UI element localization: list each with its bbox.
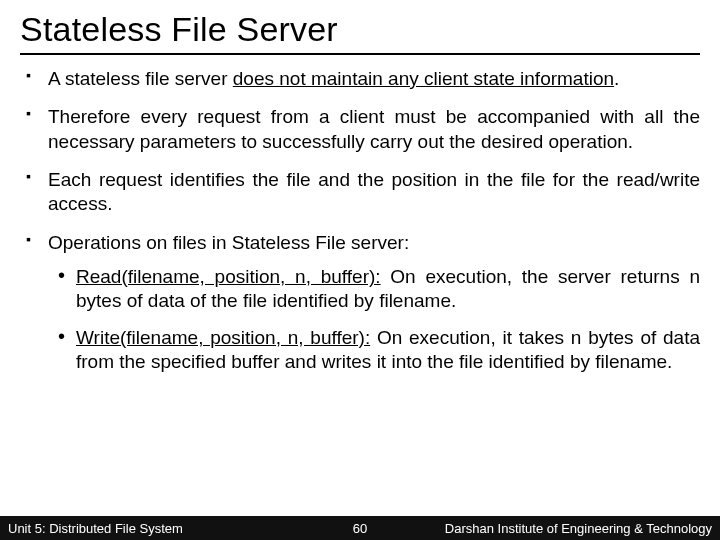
text: .: [614, 68, 619, 89]
text-underlined: Read(filename, position, n, buffer):: [76, 266, 381, 287]
bullet-item: A stateless file server does not maintai…: [48, 67, 700, 91]
bullet-list: A stateless file server does not maintai…: [20, 67, 700, 374]
text-underlined: Write(filename, position, n, buffer):: [76, 327, 370, 348]
sub-bullet-item: Read(filename, position, n, buffer): On …: [76, 265, 700, 314]
bullet-item: Each request identifies the file and the…: [48, 168, 700, 217]
footer-left: Unit 5: Distributed File System: [8, 521, 183, 536]
text: Operations on files in Stateless File se…: [48, 232, 409, 253]
footer-bar: Unit 5: Distributed File System 60 Darsh…: [0, 516, 720, 540]
text-underlined: does not maintain any client state infor…: [233, 68, 614, 89]
slide-title: Stateless File Server: [20, 10, 700, 55]
slide: Stateless File Server A stateless file s…: [0, 0, 720, 540]
bullet-item: Therefore every request from a client mu…: [48, 105, 700, 154]
text: A stateless file server: [48, 68, 233, 89]
bullet-item: Operations on files in Stateless File se…: [48, 231, 700, 375]
footer-right: Darshan Institute of Engineering & Techn…: [445, 521, 712, 536]
slide-body: A stateless file server does not maintai…: [20, 67, 700, 374]
sub-bullet-list: Read(filename, position, n, buffer): On …: [48, 265, 700, 374]
sub-bullet-item: Write(filename, position, n, buffer): On…: [76, 326, 700, 375]
